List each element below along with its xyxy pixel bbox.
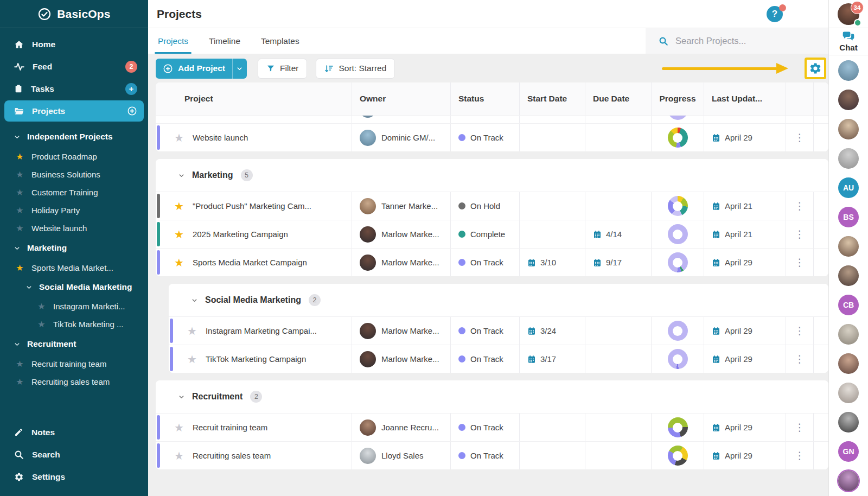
chat-button[interactable]: Chat	[829, 28, 868, 55]
cell-menu	[786, 115, 813, 123]
chat-avatar[interactable]	[838, 265, 859, 286]
star-icon[interactable]: ★	[174, 229, 184, 240]
search-box[interactable]	[646, 28, 828, 54]
row-menu-button[interactable]: ⋮	[786, 220, 813, 248]
sidebar-project-product-roadmap[interactable]: ★Product Roadmap	[0, 148, 148, 166]
column-header-progress[interactable]: Progress	[651, 82, 704, 115]
sidebar-group-social-media-marketing[interactable]: Social Media Marketing	[0, 277, 148, 297]
chat-avatar[interactable]	[838, 324, 859, 345]
sort-button[interactable]: Sort: Starred	[316, 59, 395, 79]
star-icon[interactable]: ★	[174, 450, 184, 461]
sidebar-group-independent-projects[interactable]: Independent Projects	[0, 126, 148, 148]
chat-avatar[interactable]	[838, 412, 859, 433]
search-projects-input[interactable]	[674, 35, 810, 47]
sidebar-project-recruit-training-team[interactable]: ★Recruit training team	[0, 355, 148, 373]
column-header-start[interactable]: Start Date	[519, 82, 585, 115]
add-task-button[interactable]: +	[125, 83, 137, 95]
home-icon	[14, 40, 24, 49]
row-menu-button[interactable]: ⋮	[786, 192, 813, 220]
star-icon[interactable]: ★	[187, 326, 197, 336]
filter-funnel-icon	[266, 64, 275, 73]
row-menu-button[interactable]: ⋮	[786, 414, 813, 441]
projects-table[interactable]: ProjectOwnerStatusStart DateDue DateProg…	[148, 82, 828, 496]
sidebar-item-feed[interactable]: Feed2	[4, 56, 144, 77]
tab-timeline[interactable]: Timeline	[209, 28, 240, 54]
cell-updated: April 29	[704, 345, 786, 373]
sidebar-item-home[interactable]: Home	[4, 34, 144, 55]
chat-avatar[interactable]	[838, 119, 859, 139]
sidebar-project-instagram-marketi[interactable]: ★Instagram Marketi...	[0, 297, 148, 315]
star-icon[interactable]: ★	[174, 422, 184, 433]
sidebar-project-recruiting-sales-team[interactable]: ★Recruiting sales team	[0, 373, 148, 391]
sidebar-group-marketing[interactable]: Marketing	[0, 237, 148, 259]
column-header-updated[interactable]: Last Updat...	[704, 82, 786, 115]
row-menu-button[interactable]: ⋮	[786, 124, 813, 151]
sidebar-item-settings[interactable]: Settings	[4, 466, 144, 487]
chat-avatar[interactable]	[838, 383, 859, 403]
column-header-project[interactable]: Project	[156, 82, 352, 115]
chat-avatar[interactable]	[838, 60, 859, 81]
sidebar-project-website-launch[interactable]: ★Website launch	[0, 219, 148, 237]
column-header-due[interactable]: Due Date	[585, 82, 651, 115]
sidebar-item-notes[interactable]: Notes	[4, 422, 144, 443]
status-color-bar	[157, 125, 160, 150]
cell-start	[519, 442, 585, 469]
project-row[interactable]: ★Recruiting sales teamLloyd SalesOn Trac…	[156, 441, 828, 469]
chat-avatar[interactable]	[838, 90, 859, 110]
add-project-quick-button[interactable]	[127, 106, 137, 116]
group-header-social-media-marketing[interactable]: Social Media Marketing2	[169, 284, 828, 316]
star-icon[interactable]: ★	[174, 201, 184, 212]
tab-projects[interactable]: Projects	[158, 28, 188, 54]
filter-button[interactable]: Filter	[258, 59, 307, 79]
chat-avatar[interactable]	[838, 470, 859, 491]
project-row[interactable]: ★Website launchDominic GM/...On TrackApr…	[156, 123, 828, 151]
column-header-owner[interactable]: Owner	[352, 82, 450, 115]
chat-avatar[interactable]	[838, 236, 859, 257]
chat-avatar[interactable]: BS	[838, 207, 859, 227]
row-menu-button[interactable]: ⋮	[786, 317, 813, 345]
add-project-button[interactable]: Add Project	[156, 59, 247, 79]
group-header-recruitment[interactable]: Recruitment2	[156, 380, 828, 413]
project-tree: Independent Projects★Product Roadmap★Bus…	[0, 123, 148, 391]
chat-avatar[interactable]: AU	[838, 177, 859, 198]
project-row[interactable]: ★TikTok Marketing CampaignMarlow Marke..…	[169, 345, 828, 373]
star-icon[interactable]: ★	[174, 257, 184, 268]
sidebar-project-sports-media-market[interactable]: ★Sports Media Market...	[0, 259, 148, 277]
row-menu-button[interactable]: ⋮	[786, 345, 813, 373]
chat-avatar[interactable]	[838, 148, 859, 169]
add-project-dropdown-button[interactable]	[232, 59, 247, 79]
star-icon[interactable]: ★	[174, 132, 184, 143]
group-header-marketing[interactable]: Marketing5	[156, 159, 828, 192]
project-row[interactable]: ★Recruit training teamJoanne Recru...On …	[156, 413, 828, 441]
sidebar-project-holiday-party[interactable]: ★Holiday Party	[0, 201, 148, 219]
sidebar-project-customer-training[interactable]: ★Customer Training	[0, 183, 148, 201]
project-row[interactable]: ★"Product Push" Marketing Cam...Tanner M…	[156, 192, 828, 220]
table-settings-button[interactable]	[805, 58, 826, 79]
row-menu-button[interactable]: ⋮	[786, 442, 813, 469]
tab-templates[interactable]: Templates	[261, 28, 299, 54]
star-icon[interactable]: ★	[187, 354, 197, 365]
current-user-avatar[interactable]: 34	[838, 3, 859, 25]
calendar-icon	[593, 230, 602, 239]
star-icon: ★	[15, 152, 24, 161]
sidebar-item-projects[interactable]: Projects	[4, 100, 144, 122]
sidebar-project-business-solutions[interactable]: ★Business Solutions	[0, 166, 148, 183]
project-row[interactable]: ★Sports Media Market CampaignMarlow Mark…	[156, 248, 828, 276]
sidebar-group-recruitment[interactable]: Recruitment	[0, 333, 148, 355]
chevron-down-icon	[178, 173, 184, 179]
sort-label: Sort: Starred	[339, 63, 386, 73]
chat-avatar[interactable]	[838, 353, 859, 374]
project-row[interactable]: ★2025 Marketing CampaignMarlow Marke...C…	[156, 220, 828, 248]
column-header-status[interactable]: Status	[450, 82, 519, 115]
sidebar-project-tiktok-marketing[interactable]: ★TikTok Marketing ...	[0, 315, 148, 333]
sidebar-item-search[interactable]: Search	[4, 444, 144, 465]
project-row[interactable]: ★Instagram Marketing Campai...Marlow Mar…	[169, 316, 828, 345]
avatar	[360, 226, 376, 243]
chat-avatar[interactable]: CB	[838, 295, 859, 315]
last-updated-date: April 29	[725, 258, 752, 267]
status-label: On Track	[470, 326, 503, 335]
row-menu-button[interactable]: ⋮	[786, 249, 813, 276]
sidebar-item-tasks[interactable]: Tasks+	[4, 78, 144, 99]
help-button[interactable]: ?	[767, 6, 783, 22]
chat-avatar[interactable]: GN	[838, 441, 859, 462]
